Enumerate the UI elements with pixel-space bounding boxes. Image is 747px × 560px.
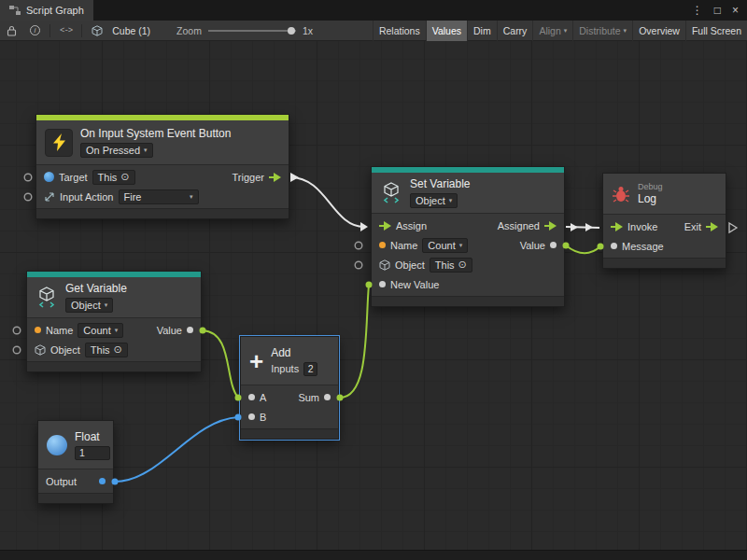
port-label: Name [390,240,417,251]
a-in-port[interactable] [248,394,255,400]
variable-scope-dropdown[interactable]: Object [65,298,113,313]
value-out-port[interactable] [187,327,193,333]
new-value-row: New Value [372,274,564,294]
message-port[interactable] [611,243,617,249]
float-value-field[interactable]: 1 [75,446,110,460]
toolbar-buttons: Relations Values Dim Carry Align▾ Distri… [373,21,747,41]
chip-value: This [435,259,455,271]
bug-icon [612,185,630,203]
port-label: New Value [390,279,439,290]
assign-row: Assign Assigned [372,216,564,235]
graph-toolbar: i <-> Cube (1) Zoom 1x Relations Values … [0,21,747,41]
name-row: Name Count Value [372,235,564,255]
new-value-port[interactable] [379,281,386,287]
node-title: Add [271,346,290,359]
align-button[interactable]: Align▾ [532,21,572,41]
object-target-chip[interactable]: This⊙ [85,343,128,357]
values-button[interactable]: Values [426,21,467,41]
dropdown-value: Object [416,195,445,206]
cube-icon [379,259,390,271]
node-footer [372,296,564,306]
menu-icon[interactable]: ⋮ [692,4,703,17]
current-object-label[interactable]: Cube (1) [112,25,150,36]
node-on-input-system-event-button[interactable]: On Input System Event Button On Pressed … [35,114,289,219]
tab-script-graph[interactable]: Script Graph [0,0,93,21]
trigger-out-port[interactable] [269,173,281,182]
unity-script-graph-window: Script Graph ⋮ □ × i <-> Cube (1) Zoom 1… [0,0,747,560]
port-label: B [260,412,266,423]
overview-button[interactable]: Overview [632,21,685,41]
control-in-port[interactable] [379,221,391,231]
event-icon [45,129,73,157]
node-footer [603,258,726,268]
port-label: Assign [396,220,427,231]
gameobject-icon [44,172,54,182]
variable-name-dropdown[interactable]: Count [78,323,123,338]
variable-name-dropdown[interactable]: Count [422,238,468,253]
port-label: Value [520,240,545,251]
target-picker-icon: ⊙ [120,171,129,183]
b-in-port[interactable] [248,413,255,420]
lock-icon[interactable] [0,21,23,41]
node-title: Get Variable [65,282,127,295]
input-action-icon [44,191,55,203]
maximize-icon[interactable]: □ [714,4,721,17]
port-label: Object [50,344,80,356]
inputs-count-field[interactable]: 2 [303,362,317,376]
add-icon: + [249,349,263,373]
control-out-port[interactable] [706,222,718,231]
node-debug-log[interactable]: Debug Log Invoke Exit Message [602,173,726,269]
object-row: Object This⊙ [372,255,564,274]
close-icon[interactable]: × [732,4,739,17]
zoom-label: Zoom [176,25,202,36]
zoom-slider[interactable] [208,30,296,32]
node-title: Float [75,430,100,443]
dropdown-value: Fire [124,191,142,203]
chip-value: This [98,172,118,183]
target-row: Target This⊙ Trigger [36,167,289,187]
node-title: Set Variable [410,177,470,190]
node-float[interactable]: Float 1 Output [37,420,114,504]
target-object-chip[interactable]: This⊙ [92,170,135,185]
a-row: A Sum [241,387,338,407]
info-icon[interactable]: i [23,21,47,41]
tab-bar: Script Graph ⋮ □ × [0,0,747,21]
name-port[interactable] [35,327,41,333]
port-label: Object [395,259,425,271]
dim-button[interactable]: Dim [467,21,497,41]
control-out-port[interactable] [544,221,557,231]
control-in-port[interactable] [611,222,623,231]
cube-icon [85,21,109,41]
event-mode-dropdown[interactable]: On Pressed [80,143,153,158]
output-port[interactable] [99,478,106,484]
variable-scope-dropdown[interactable]: Object [410,193,458,208]
node-set-variable[interactable]: Set Variable Object Assign Assigned Name [371,166,565,307]
tab-title: Script Graph [26,5,84,16]
target-picker-icon: ⊙ [114,343,122,356]
zoom-slider-knob[interactable] [288,27,295,35]
node-add[interactable]: + Add Inputs 2 A Sum [240,336,339,440]
fullscreen-button[interactable]: Full Screen [685,21,747,41]
name-row: Name Count Value [27,320,201,340]
output-row: Output [38,471,113,491]
distribute-button[interactable]: Distribute▾ [572,21,632,41]
carry-button[interactable]: Carry [497,21,533,41]
node-footer [27,361,201,371]
relations-button[interactable]: Relations [373,21,426,41]
object-target-chip[interactable]: This⊙ [430,258,472,273]
graph-icon [9,5,21,16]
sum-out-port[interactable] [324,394,331,400]
port-label: A [260,392,266,403]
node-footer [38,493,113,503]
input-action-dropdown[interactable]: Fire [119,189,199,204]
name-port[interactable] [379,242,386,248]
carry-nav-icon[interactable]: <-> [53,21,78,41]
object-row: Object This⊙ [27,340,201,359]
variable-icon [380,182,402,204]
toolbar-separator [49,24,50,37]
port-label: Assigned [498,220,540,231]
port-label: Input Action [60,191,114,203]
float-icon [47,435,67,455]
node-get-variable[interactable]: Get Variable Object Name Count Value [26,271,202,372]
value-out-port[interactable] [550,242,557,248]
